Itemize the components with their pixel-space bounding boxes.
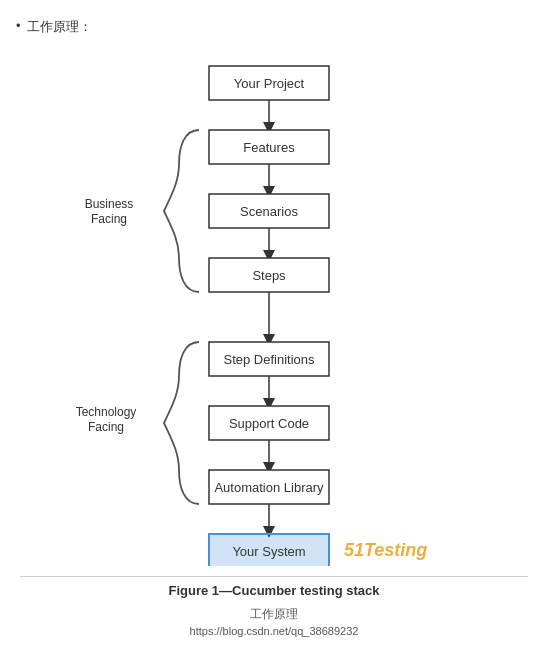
step-definitions-label: Step Definitions (223, 352, 315, 367)
watermark-text: 51Testing (344, 540, 427, 560)
your-system-label: Your System (232, 544, 305, 559)
bullet-line: • 工作原理： (0, 10, 548, 46)
bullet-dot: • (16, 18, 21, 33)
support-code-label: Support Code (229, 416, 309, 431)
technology-facing-label-2: Facing (88, 420, 124, 434)
footer-link: https://blog.csdn.net/qq_38689232 (0, 625, 548, 643)
business-facing-label-1: Business (85, 197, 134, 211)
diagram-area: Your Project Features Scenarios Steps St… (0, 46, 548, 576)
steps-label: Steps (252, 268, 286, 283)
technology-facing-label-1: Technology (76, 405, 137, 419)
bullet-label: 工作原理： (27, 18, 92, 36)
footer-text: 工作原理 (0, 602, 548, 625)
diagram-svg-container: Your Project Features Scenarios Steps St… (54, 56, 494, 566)
figure-caption: Figure 1—Cucumber testing stack (20, 576, 528, 602)
page-container: • 工作原理： (0, 0, 548, 643)
scenarios-label: Scenarios (240, 204, 298, 219)
business-facing-label-2: Facing (91, 212, 127, 226)
automation-library-label: Automation Library (214, 480, 324, 495)
your-project-label: Your Project (234, 76, 305, 91)
features-label: Features (243, 140, 295, 155)
diagram-svg: Your Project Features Scenarios Steps St… (54, 56, 494, 566)
